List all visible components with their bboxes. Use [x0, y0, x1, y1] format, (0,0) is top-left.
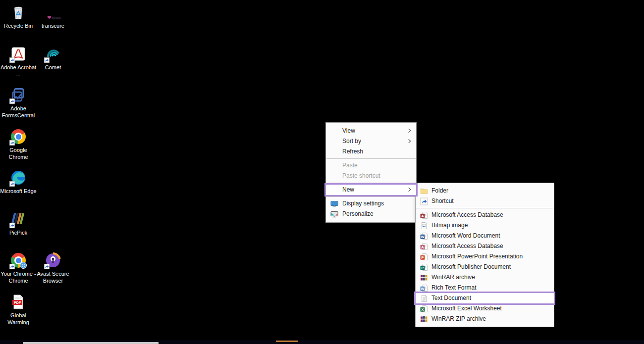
display-icon: [330, 200, 338, 208]
svg-text:transcure: transcure: [52, 17, 61, 19]
svg-text:W: W: [421, 234, 425, 239]
context-menu-item-view[interactable]: View: [326, 126, 416, 136]
new-submenu-separator: [416, 208, 553, 208]
chrome-icon: [10, 128, 27, 145]
desktop-icon-label: Google Chrome: [0, 147, 37, 160]
transcure-icon: transcure: [45, 4, 61, 21]
context-menu-item-paste-shortcut: Paste shortcut: [326, 171, 416, 181]
shortcut-arrow-badge: [44, 57, 50, 63]
menu-item-label: Refresh: [342, 148, 363, 155]
shortcut-arrow-badge: [9, 181, 15, 187]
context-menu-item-personalize[interactable]: Personalize: [326, 209, 416, 219]
chevron-right-icon: [407, 139, 411, 143]
shortcut-icon: [420, 197, 428, 205]
menu-item-label: View: [342, 127, 355, 134]
menu-item-label: Microsoft Publisher Document: [431, 263, 511, 270]
menu-item-label: Microsoft Excel Worksheet: [431, 305, 502, 312]
winrar-icon: [420, 274, 428, 282]
svg-text:PDF: PDF: [14, 301, 21, 304]
desktop-icon-recycle-bin[interactable]: Recycle Bin: [0, 4, 37, 29]
shortcut-arrow-badge: [44, 264, 50, 269]
pdf-icon: PDF: [10, 294, 27, 310]
menu-item-label: WinRAR archive: [431, 274, 475, 281]
new-submenu-item-folder[interactable]: Folder: [416, 186, 554, 196]
excel-icon: X: [420, 305, 428, 313]
recycle-bin-icon: [10, 4, 27, 21]
powerpoint-icon: P: [420, 253, 428, 261]
desktop-icon-global-warming[interactable]: PDFGlobal Warming: [0, 294, 37, 326]
comet-icon: [45, 46, 61, 62]
new-submenu-item-microsoft-powerpoint-presentation[interactable]: PMicrosoft PowerPoint Presentation: [416, 251, 554, 262]
menu-item-label: Microsoft PowerPoint Presentation: [431, 253, 523, 260]
desktop-icon-adobe-formscentral[interactable]: Adobe FormsCentral: [0, 87, 37, 119]
desktop-icon-label: transcure: [42, 22, 64, 29]
new-submenu: FolderShortcutAMicrosoft Access Database…: [415, 183, 554, 327]
desktop-icon-google-chrome[interactable]: Google Chrome: [0, 128, 37, 160]
menu-item-label: Microsoft Access Database: [431, 243, 503, 249]
desktop-icon-adobe-acrobat[interactable]: Adobe Acrobat ...: [0, 46, 37, 78]
desktop-icon-label: PicPick: [9, 229, 27, 236]
rtf-icon: W: [420, 284, 428, 292]
new-submenu-item-microsoft-publisher-document[interactable]: PMicrosoft Publisher Document: [416, 262, 554, 272]
svg-text:P: P: [421, 255, 424, 259]
new-submenu-item-microsoft-access-database[interactable]: AMicrosoft Access Database: [416, 210, 554, 220]
svg-text:P: P: [421, 265, 424, 270]
chevron-right-icon: [407, 188, 411, 192]
menu-item-label: WinRAR ZIP archive: [431, 315, 486, 322]
access-icon: A: [420, 211, 428, 219]
desktop-icon-label: Avast Secure Browser: [35, 270, 71, 284]
desktop[interactable]: Recycle BintranscuretranscureAdobe Acrob…: [0, 0, 644, 344]
taskbar[interactable]: [0, 340, 644, 344]
menu-item-label: Sort by: [342, 138, 361, 145]
new-submenu-item-microsoft-excel-worksheet[interactable]: XMicrosoft Excel Worksheet: [416, 303, 554, 314]
menu-item-label: Shortcut: [431, 197, 454, 204]
menu-item-label: Bitmap image: [431, 222, 468, 229]
new-submenu-item-rich-text-format[interactable]: WRich Text Format: [416, 283, 554, 293]
taskbar-light-segment: [23, 342, 159, 344]
publisher-icon: P: [420, 263, 428, 271]
desktop-icon-label: Global Warming: [0, 312, 37, 326]
winrar-icon: [420, 315, 428, 323]
bitmap-icon: [420, 222, 428, 230]
new-submenu-item-winrar-zip-archive[interactable]: WinRAR ZIP archive: [416, 314, 554, 324]
avast-icon: [45, 252, 61, 269]
new-submenu-item-microsoft-access-database[interactable]: AMicrosoft Access Database: [416, 241, 554, 251]
context-menu-item-refresh[interactable]: Refresh: [326, 147, 416, 157]
shortcut-arrow-badge: [9, 223, 15, 228]
context-menu-item-display-settings[interactable]: Display settings: [326, 198, 416, 209]
folder-icon: [420, 187, 428, 195]
menu-item-label: Folder: [431, 187, 448, 194]
context-menu: ViewSort byRefreshPastePaste shortcutNew…: [325, 122, 417, 223]
shortcut-arrow-badge: [9, 98, 15, 104]
menu-item-label: Paste: [342, 162, 358, 169]
menu-item-label: Personalize: [342, 210, 374, 217]
menu-item-label: Text Document: [431, 295, 471, 301]
new-submenu-item-text-document[interactable]: Text Document: [416, 293, 554, 303]
acrobat-icon: [10, 46, 27, 62]
menu-item-label: Display settings: [342, 200, 384, 207]
menu-item-label: New: [342, 186, 354, 193]
picpick-icon: [10, 211, 27, 228]
new-submenu-item-winrar-archive[interactable]: WinRAR archive: [416, 272, 554, 283]
shortcut-arrow-badge: [9, 140, 15, 146]
desktop-icon-label: Microsoft Edge: [0, 188, 36, 195]
desktop-icon-microsoft-edge[interactable]: Microsoft Edge: [0, 169, 37, 195]
desktop-icon-avast-secure-browser[interactable]: Avast Secure Browser: [35, 252, 71, 284]
context-menu-item-new[interactable]: New: [326, 185, 416, 195]
desktop-icon-comet[interactable]: Comet: [35, 46, 71, 71]
svg-text:A: A: [421, 213, 424, 218]
desktop-icon-transcure[interactable]: transcuretranscure: [35, 4, 71, 29]
desktop-icon-your-chrome[interactable]: Your Chrome - Chrome: [0, 252, 37, 284]
menu-item-label: Microsoft Word Document: [431, 232, 500, 239]
menu-item-label: Paste shortcut: [342, 172, 380, 179]
new-submenu-item-bitmap-image[interactable]: Bitmap image: [416, 220, 554, 231]
desktop-icon-picpick[interactable]: PicPick: [0, 211, 37, 236]
access-pink-icon: A: [420, 243, 428, 250]
shortcut-arrow-badge: [9, 264, 15, 269]
new-submenu-item-shortcut[interactable]: Shortcut: [416, 196, 554, 206]
context-menu-item-paste: Paste: [326, 160, 416, 171]
taskbar-orange-segment: [276, 341, 298, 342]
context-menu-item-sort-by[interactable]: Sort by: [326, 136, 416, 147]
shortcut-arrow-badge: [9, 57, 15, 63]
new-submenu-item-microsoft-word-document[interactable]: WMicrosoft Word Document: [416, 231, 554, 241]
